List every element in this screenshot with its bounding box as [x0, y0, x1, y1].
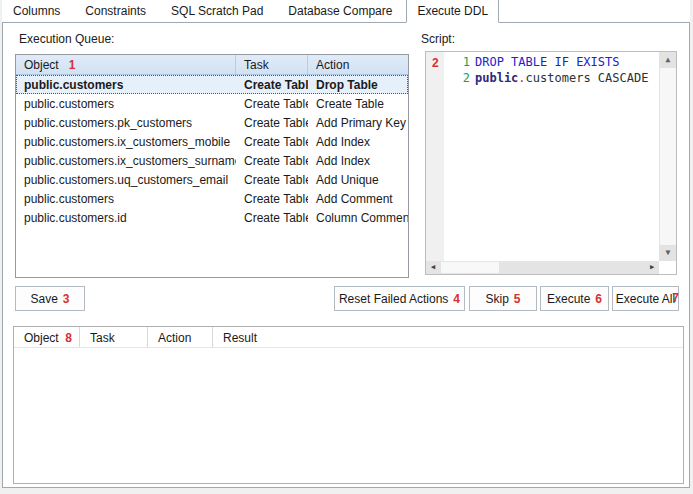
- queue-cell-object: public.customers.ix_customers_mobile: [16, 132, 236, 151]
- tab-sql-scratch-pad[interactable]: SQL Scratch Pad: [160, 0, 274, 22]
- execute-button-label: Execute: [547, 292, 590, 306]
- execution-queue-table: Object 1 Task Action public.customers Cr…: [15, 54, 409, 278]
- reset-failed-actions-button[interactable]: Reset Failed Actions 4: [334, 286, 465, 311]
- queue-cell-task: Create Table: [236, 132, 308, 151]
- queue-cell-object: public.customers.uq_customers_email: [16, 170, 236, 189]
- tab-database-compare[interactable]: Database Compare: [277, 0, 403, 22]
- queue-cell-object: public.customers: [16, 189, 236, 208]
- scroll-down-icon[interactable]: ▼: [660, 245, 676, 261]
- tab-columns[interactable]: Columns: [2, 0, 71, 22]
- horizontal-scrollbar[interactable]: ◀ ▶: [426, 261, 659, 274]
- tab-bar: Columns Constraints SQL Scratch Pad Data…: [2, 0, 690, 22]
- script-label: Script:: [421, 32, 455, 46]
- queue-cell-task: Create Table: [236, 208, 308, 227]
- queue-cell-action: Create Table: [308, 94, 408, 113]
- script-editor[interactable]: 2 1DROP TABLE IF EXISTS 2public.customer…: [425, 51, 677, 275]
- queue-cell-task: Create Table: [236, 151, 308, 170]
- line-number: 2: [444, 70, 475, 86]
- code-line: 1DROP TABLE IF EXISTS: [444, 54, 659, 70]
- queue-header-task-label: Task: [244, 58, 269, 72]
- annotation-6: 6: [595, 292, 602, 306]
- horizontal-scroll-thumb[interactable]: [441, 262, 499, 273]
- results-header-row: Object 8 Task Action Result: [14, 327, 683, 348]
- scroll-right-icon[interactable]: ▶: [645, 261, 659, 274]
- queue-cell-object: public.customers: [16, 75, 236, 94]
- execute-button[interactable]: Execute 6: [540, 286, 609, 311]
- queue-cell-action: Add Primary Key: [308, 113, 408, 132]
- queue-cell-task: Create Table: [236, 94, 308, 113]
- queue-row[interactable]: public.customers.ix_customers_surname Cr…: [16, 151, 408, 170]
- skip-button[interactable]: Skip 5: [469, 286, 537, 311]
- scroll-up-icon[interactable]: ▲: [660, 52, 676, 68]
- results-body-empty: [14, 348, 683, 483]
- tab-constraints[interactable]: Constraints: [74, 0, 157, 22]
- execute-all-button-label: Execute All: [616, 292, 675, 306]
- queue-cell-object: public.customers.pk_customers: [16, 113, 236, 132]
- queue-cell-object: public.customers.id: [16, 208, 236, 227]
- annotation-2: 2: [432, 56, 439, 70]
- results-header-object-label: Object: [24, 331, 59, 345]
- sql-schema-name: public: [475, 71, 518, 85]
- results-header-action[interactable]: Action: [148, 327, 213, 347]
- results-header-action-label: Action: [158, 331, 191, 345]
- queue-cell-action: Drop Table: [308, 75, 408, 94]
- queue-row[interactable]: public.customers Create Table Drop Table: [16, 75, 408, 94]
- code-line: 2public.customers CASCADE: [444, 70, 659, 86]
- results-header-result[interactable]: Result: [213, 327, 683, 347]
- annotation-1: 1: [69, 58, 76, 72]
- queue-row[interactable]: public.customers.ix_customers_mobile Cre…: [16, 132, 408, 151]
- sql-code[interactable]: 1DROP TABLE IF EXISTS 2public.customers …: [444, 54, 659, 86]
- queue-header-action[interactable]: Action: [308, 55, 408, 74]
- line-number: 1: [444, 54, 475, 70]
- queue-cell-action: Add Comment: [308, 189, 408, 208]
- execution-queue-label: Execution Queue:: [19, 32, 114, 46]
- queue-header-object[interactable]: Object 1: [16, 55, 236, 74]
- queue-cell-task: Create Table: [236, 113, 308, 132]
- results-header-result-label: Result: [223, 331, 257, 345]
- queue-cell-object: public.customers: [16, 94, 236, 113]
- queue-row[interactable]: public.customers.pk_customers Create Tab…: [16, 113, 408, 132]
- queue-cell-task: Create Table: [236, 189, 308, 208]
- sql-dot: .: [518, 71, 525, 85]
- results-header-task-label: Task: [90, 331, 115, 345]
- annotation-8: 8: [65, 331, 72, 345]
- tab-execute-ddl[interactable]: Execute DDL: [406, 0, 499, 23]
- execute-all-button[interactable]: Execute All 7: [612, 286, 679, 311]
- save-button[interactable]: Save 3: [15, 286, 85, 311]
- scroll-left-icon[interactable]: ◀: [426, 261, 440, 274]
- reset-failed-actions-button-label: Reset Failed Actions: [339, 292, 448, 306]
- queue-cell-action: Add Unique: [308, 170, 408, 189]
- annotation-5: 5: [514, 292, 521, 306]
- queue-row[interactable]: public.customers Create Table Add Commen…: [16, 189, 408, 208]
- queue-cell-action: Add Index: [308, 132, 408, 151]
- sql-table-name: customers: [526, 71, 591, 85]
- queue-cell-task: Create Table: [236, 75, 308, 94]
- annotation-7: 7: [672, 291, 679, 305]
- skip-button-label: Skip: [485, 292, 508, 306]
- queue-cell-task: Create Table: [236, 170, 308, 189]
- annotation-4: 4: [453, 292, 460, 306]
- execute-ddl-tab-page: Execution Queue: Script: Object 1 Task A…: [2, 22, 690, 488]
- queue-cell-object: public.customers.ix_customers_surname: [16, 151, 236, 170]
- results-table: Object 8 Task Action Result: [13, 326, 684, 484]
- queue-row[interactable]: public.customers Create Table Create Tab…: [16, 94, 408, 113]
- results-header-task[interactable]: Task: [80, 327, 148, 347]
- queue-row[interactable]: public.customers.id Create Table Column …: [16, 208, 408, 227]
- queue-header-action-label: Action: [316, 58, 349, 72]
- queue-row[interactable]: public.customers.uq_customers_email Crea…: [16, 170, 408, 189]
- annotation-3: 3: [63, 292, 70, 306]
- sql-cascade: CASCADE: [591, 71, 649, 85]
- editor-gutter: 2: [426, 52, 444, 261]
- queue-header-row: Object 1 Task Action: [16, 55, 408, 75]
- vertical-scrollbar[interactable]: ▲ ▼: [659, 52, 676, 261]
- results-header-object[interactable]: Object 8: [14, 327, 80, 347]
- queue-cell-action: Column Comment: [308, 208, 408, 227]
- sql-keyword: DROP TABLE IF EXISTS: [475, 55, 620, 69]
- queue-header-task[interactable]: Task: [236, 55, 308, 74]
- execute-ddl-screen: Columns Constraints SQL Scratch Pad Data…: [0, 0, 693, 494]
- save-button-label: Save: [30, 292, 57, 306]
- queue-cell-action: Add Index: [308, 151, 408, 170]
- queue-header-object-label: Object: [24, 58, 59, 72]
